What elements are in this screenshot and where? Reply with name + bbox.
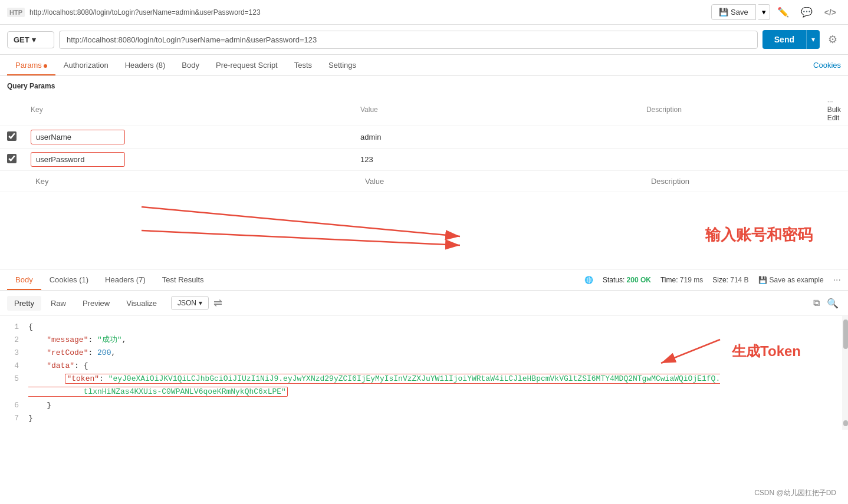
code-response-area: 1 { 2 "message": "成功", 3 "retCode": 200,… xyxy=(0,316,848,430)
empty-desc-cell xyxy=(639,171,820,192)
search-button[interactable]: 🔍 xyxy=(824,295,841,311)
row2-desc-cell xyxy=(639,149,820,171)
code-line-7: 7 } xyxy=(7,412,835,425)
row1-actions-cell xyxy=(820,126,848,149)
url-bar: GET ▾ Send ▾ ⚙ xyxy=(0,25,848,55)
col-checkbox-header xyxy=(0,94,24,126)
tab-prerequest[interactable]: Pre-request Script xyxy=(208,55,286,75)
send-dropdown-button[interactable]: ▾ xyxy=(806,30,820,49)
tab-params[interactable]: Params xyxy=(7,55,55,75)
res-tab-headers[interactable]: Headers (7) xyxy=(97,269,154,290)
protocol-badge: HTP xyxy=(7,8,25,17)
annotation-area-1: 输入账号和密码 xyxy=(0,192,848,269)
method-select[interactable]: GET ▾ xyxy=(7,31,54,48)
col-value-header: Value xyxy=(353,94,639,126)
tab-headers-label: Headers (8) xyxy=(125,61,166,70)
sub-tab-raw[interactable]: Raw xyxy=(44,296,73,311)
json-key-message: "message" xyxy=(47,335,88,344)
tab-tests[interactable]: Tests xyxy=(286,55,320,75)
time-value: 719 ms xyxy=(680,276,703,284)
line-content-7: } xyxy=(28,412,835,425)
empty-desc-input[interactable] xyxy=(646,174,813,188)
line-content-6: } xyxy=(28,399,835,412)
method-chevron-icon: ▾ xyxy=(32,35,36,44)
table-row: admin xyxy=(0,126,848,149)
code-line-5: 5 "token": "eyJ0eXAiOiJKV1QiLCJhbGciOiJI… xyxy=(7,373,835,398)
tab-cookies[interactable]: Cookies xyxy=(813,55,841,75)
row1-key-input[interactable] xyxy=(31,130,125,144)
sub-tab-visualize[interactable]: Visualize xyxy=(119,296,164,311)
res-tab-test-results[interactable]: Test Results xyxy=(154,269,212,290)
row1-value-cell: admin xyxy=(353,126,639,149)
sub-tab-preview[interactable]: Preview xyxy=(75,296,117,311)
empty-checkbox-cell xyxy=(0,171,24,192)
res-tab-cookies-label: Cookies (1) xyxy=(50,275,88,284)
row1-checkbox[interactable] xyxy=(7,131,17,141)
row2-checkbox[interactable] xyxy=(7,154,17,163)
tab-settings-label: Settings xyxy=(328,61,356,70)
size-value: 714 B xyxy=(730,276,748,284)
tab-body-label: Body xyxy=(182,61,199,70)
line-num-6: 6 xyxy=(7,399,19,412)
empty-key-input[interactable] xyxy=(31,174,346,188)
row2-checkbox-cell xyxy=(0,149,24,171)
empty-value-input[interactable] xyxy=(360,174,632,188)
line-content-5: "token": "eyJ0eXAiOiJKV1QiLCJhbGciOiJIUz… xyxy=(28,373,835,398)
json-value-message: "成功" xyxy=(97,335,122,344)
edit-icon-button[interactable]: ✏️ xyxy=(773,4,794,21)
more-options-button[interactable]: ··· xyxy=(833,275,841,285)
comment-icon-button[interactable]: 💬 xyxy=(796,4,817,21)
table-row-empty xyxy=(0,171,848,192)
response-header: Body Cookies (1) Headers (7) Test Result… xyxy=(0,269,848,291)
row2-key-input[interactable] xyxy=(31,152,125,167)
tab-params-label: Params xyxy=(15,61,42,70)
save-dropdown-button[interactable]: ▾ xyxy=(758,4,770,20)
status-label: Status: 200 OK xyxy=(603,276,651,284)
tab-authorization[interactable]: Authorization xyxy=(55,55,117,75)
token-box: "token": "eyJ0eXAiOiJKV1QiLCJhbGciOiJIUz… xyxy=(28,374,720,397)
format-chevron-icon: ▾ xyxy=(199,299,202,307)
tab-headers[interactable]: Headers (8) xyxy=(117,55,174,75)
res-tab-body[interactable]: Body xyxy=(7,269,41,290)
line-num-3: 3 xyxy=(7,347,19,360)
save-label: Save xyxy=(731,8,748,17)
res-tab-cookies[interactable]: Cookies (1) xyxy=(41,269,97,290)
save-example-icon: 💾 xyxy=(758,276,767,284)
save-example-button[interactable]: 💾 Save as example xyxy=(758,276,824,284)
copy-button[interactable]: ⧉ xyxy=(811,295,822,311)
sub-tab-pretty[interactable]: Pretty xyxy=(7,296,41,311)
settings-icon-button[interactable]: ⚙ xyxy=(824,29,841,50)
save-button[interactable]: 💾 Save xyxy=(711,4,756,20)
scrollbar-thumb-bottom[interactable] xyxy=(843,420,848,426)
wrap-icon-button[interactable]: ⇌ xyxy=(211,294,225,312)
json-key-retcode: "retCode" xyxy=(47,348,88,357)
table-row: 123 xyxy=(0,149,848,171)
url-input[interactable] xyxy=(59,31,758,49)
res-tab-headers-label: Headers (7) xyxy=(105,275,146,284)
size-label: Size: 714 B xyxy=(712,276,748,284)
res-status-area: 🌐 Status: 200 OK Time: 719 ms Size: 714 … xyxy=(584,275,841,285)
globe-icon: 🌐 xyxy=(584,276,593,284)
json-value-token: "eyJ0eXAiOiJKV1QiLCJhbGciOiJIUzI1NiJ9.ey… xyxy=(28,374,720,396)
row1-key-cell xyxy=(24,126,353,149)
svg-line-4 xyxy=(661,340,720,363)
tab-settings[interactable]: Settings xyxy=(320,55,364,75)
res-tab-test-results-label: Test Results xyxy=(162,275,204,284)
send-button[interactable]: Send xyxy=(762,30,806,49)
format-selector[interactable]: JSON ▾ xyxy=(171,296,209,310)
status-value: 200 OK xyxy=(627,276,651,284)
top-bar-actions: 💾 Save ▾ ✏️ 💬 </> xyxy=(711,4,841,21)
code-line-6: 6 } xyxy=(7,399,835,412)
bulk-edit-button[interactable]: Bulk Edit xyxy=(827,106,841,122)
tabs-bar: Params Authorization Headers (8) Body Pr… xyxy=(0,55,848,76)
scrollbar-track[interactable] xyxy=(842,316,848,430)
annotation-text-2: 生成Token xyxy=(732,342,801,361)
row1-desc-cell xyxy=(639,126,820,149)
tab-body[interactable]: Body xyxy=(173,55,208,75)
code-icon-button[interactable]: </> xyxy=(820,5,841,20)
scrollbar-thumb[interactable] xyxy=(843,319,848,349)
tab-dot xyxy=(44,64,47,68)
row2-actions-cell xyxy=(820,149,848,171)
line-num-5: 5 xyxy=(7,373,19,398)
line-content-1: { xyxy=(28,321,835,334)
